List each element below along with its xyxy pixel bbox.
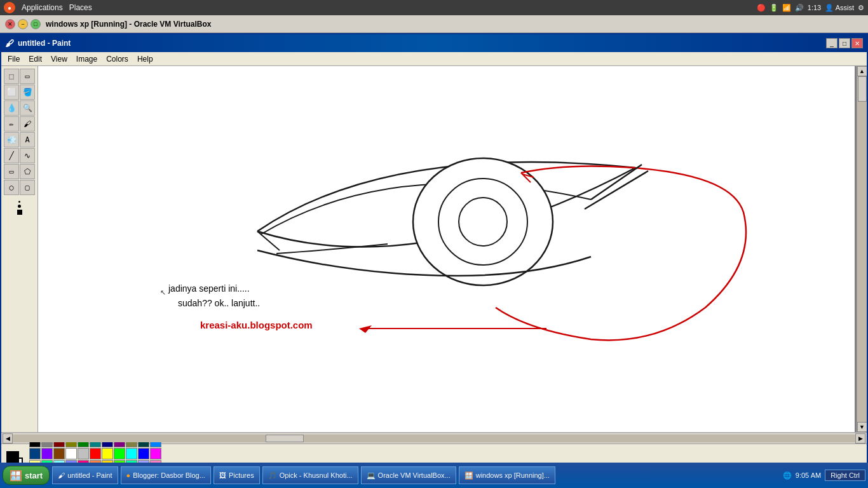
zoom-tool[interactable]: 🔍 [20,100,35,116]
scroll-up-arrow[interactable]: ▲ [857,66,867,76]
palette-color-13[interactable] [53,448,65,459]
palette-color-15[interactable] [78,448,89,459]
paint-window-buttons[interactable]: _ □ ✕ [826,38,863,48]
vbox-close-button[interactable]: ✕ [5,19,15,29]
taskbar-blogger[interactable]: ● Blogger: Dasbor Blog... [121,466,211,484]
palette-color-17[interactable] [102,448,113,459]
paint-taskbar-label: untitled - Paint [67,471,112,479]
paint-menu-image[interactable]: Image [72,53,101,65]
tool-row-7: ▭ ⬠ [4,164,35,179]
paint-title-text: untitled - Paint [18,39,71,48]
taskbar-vbox[interactable]: 💻 Oracle VM VirtualBox... [361,466,456,484]
taskbar-pictures[interactable]: 🖼 Pictures [214,466,260,484]
foreground-color[interactable] [6,451,19,463]
vbox-minimize-button[interactable]: − [18,19,28,29]
palette-color-16[interactable] [90,448,101,459]
palette-color-21[interactable] [150,448,161,459]
size-small[interactable] [18,201,20,203]
brush-tool[interactable]: 🖌 [20,116,35,132]
palette-color-18[interactable] [114,448,125,459]
tool-row-8: ○ ▢ [4,180,35,195]
taskbar-winxp[interactable]: 🪟 windows xp [Running]... [459,466,555,484]
taskbar: 🪟 start 🖌 untitled - Paint ● Blogger: Da… [0,463,868,488]
windows-logo-icon: 🪟 [10,470,22,482]
paint-menu-colors[interactable]: Colors [102,53,132,65]
svg-point-2 [459,198,507,246]
taskbar-clock: 9:05 AM [796,471,821,479]
drawing-svg: jadinya seperti ini..... sudah?? ok.. la… [38,66,855,396]
eyedropper-tool[interactable]: 💧 [4,100,19,116]
blogger-label: Blogger: Dasbor Blog... [133,471,205,479]
line-tool[interactable]: ╱ [4,148,19,163]
right-ctrl-indicator[interactable]: Right Ctrl [825,470,865,481]
paint-maximize-button[interactable]: □ [839,38,850,48]
applications-menu[interactable]: Applications [22,3,63,12]
ubuntu-topbar: ● Applications Places 🔴 🔋 📶 🔊 1:13 👤 Ass… [0,0,868,15]
taskbar-opick[interactable]: 🎵 Opick - Khusnul Khoti... [262,466,358,484]
scroll-track[interactable] [857,76,867,422]
pencil-tool[interactable]: ✏ [4,116,19,132]
scroll-right-arrow[interactable]: ▶ [855,433,865,444]
taskbar-right: 🌐 9:05 AM Right Ctrl [783,470,865,481]
palette-color-20[interactable] [138,448,149,459]
paint-taskbar-icon: 🖌 [58,471,65,479]
size-medium[interactable] [18,205,21,208]
paint-canvas[interactable]: jadinya seperti ini..... sudah?? ok.. la… [38,66,855,432]
curve-tool[interactable]: ∿ [20,148,35,163]
winxp-taskbar-label: windows xp [Running]... [476,471,550,479]
tool-row-5: 💨 A [4,132,35,147]
scroll-down-arrow[interactable]: ▼ [857,422,867,432]
palette-color-19[interactable] [126,448,137,459]
settings-icon[interactable]: ⚙ [858,4,864,12]
vlc-icon: 🔴 [757,4,766,12]
vbox-window-buttons[interactable]: ✕ − □ [5,19,41,29]
select-tool[interactable]: ⬚ [4,69,19,84]
user-icon: 👤 Assist [825,4,854,12]
palette-color-11[interactable] [29,448,41,459]
ubuntu-topbar-left: ● Applications Places [4,2,92,13]
scroll-left-arrow[interactable]: ◀ [3,433,13,444]
size-large[interactable] [17,210,22,215]
rect-tool[interactable]: ▭ [4,164,19,179]
clock: 1:13 [808,4,821,11]
size-selector [15,198,25,217]
taskbar-paint[interactable]: 🖌 untitled - Paint [52,466,118,484]
vertical-scrollbar[interactable]: ▲ ▼ [857,66,867,432]
paint-menu-help[interactable]: Help [133,53,157,65]
roundrect-tool[interactable]: ▢ [20,180,35,195]
svg-line-4 [585,171,648,209]
hscroll-thumb[interactable] [266,435,304,442]
svg-text:jadinya seperti ini.....: jadinya seperti ini..... [168,283,250,294]
tool-row-3: 💧 🔍 [4,100,35,116]
horizontal-scrollbar[interactable]: ◀ ▶ [1,432,867,444]
airbrush-tool[interactable]: 💨 [4,132,19,147]
svg-text:sudah?? ok.. lanjutt..: sudah?? ok.. lanjutt.. [178,298,260,308]
paint-minimize-button[interactable]: _ [826,38,837,48]
start-button[interactable]: 🪟 start [3,466,50,485]
paint-icon: 🖌 [5,38,14,48]
paint-canvas-area[interactable]: jadinya seperti ini..... sudah?? ok.. la… [38,66,867,432]
paint-menu-file[interactable]: File [4,53,24,65]
eraser-tool[interactable]: ⬜ [4,85,19,100]
svg-text:kreasi-aku.blogspot.com: kreasi-aku.blogspot.com [200,320,313,330]
music-icon: 🎵 [268,471,277,480]
hscroll-track[interactable] [13,435,855,442]
fill-tool[interactable]: 🪣 [20,85,35,100]
ellipse-tool[interactable]: ○ [4,180,19,195]
blogger-icon: ● [126,471,131,479]
paint-close-button[interactable]: ✕ [851,38,863,48]
places-menu[interactable]: Places [69,3,92,12]
paint-menu-view[interactable]: View [47,53,71,65]
vbox-maximize-button[interactable]: □ [31,19,41,29]
palette-color-14[interactable] [65,448,77,459]
start-label: start [25,471,43,480]
paint-menu-edit[interactable]: Edit [25,53,46,65]
scroll-thumb[interactable] [858,76,867,102]
ubuntu-logo-icon[interactable]: ● [4,2,15,13]
tool-row-1: ⬚ ▭ [4,69,35,84]
ubuntu-topbar-right: 🔴 🔋 📶 🔊 1:13 👤 Assist ⚙ [757,4,864,12]
polygon-tool[interactable]: ⬠ [20,164,35,179]
rect-select-tool[interactable]: ▭ [20,69,35,84]
text-tool[interactable]: A [20,132,35,147]
palette-color-12[interactable] [41,448,53,459]
